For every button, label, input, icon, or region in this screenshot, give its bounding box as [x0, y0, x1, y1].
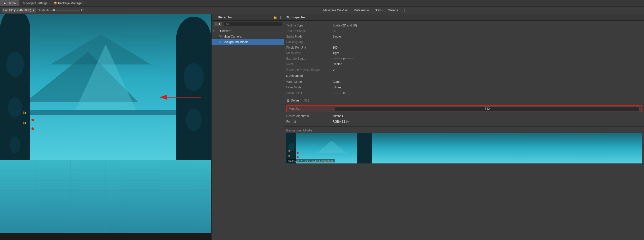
extrude-edges-control — [333, 58, 641, 59]
hierarchy-panel: ☰ Hierarchy 🔒 ⋮ + ▼ ▼ ⬡ Untitled* ⋮ 📷 Ma… — [211, 14, 284, 240]
filter-mode-label: Filter Mode — [286, 86, 332, 89]
advanced-label: Advanced — [289, 74, 303, 78]
svg-point-6 — [8, 97, 22, 117]
texture-type-value[interactable]: Sprite (2D and UI) — [333, 24, 641, 27]
resize-algorithm-value[interactable]: Mitchell — [333, 114, 641, 118]
preview-svg: » » — [286, 133, 642, 163]
toolbar: Full HD (1920x1080) ▼ Scale 1x Maximize … — [0, 7, 644, 14]
menu-project-settings[interactable]: ⚙ Project Settings — [19, 0, 51, 6]
maximize-on-play-button[interactable]: Maximize On Play — [322, 8, 349, 13]
stats-button[interactable]: Stats — [373, 8, 383, 13]
inspector-icon: 🔍 — [286, 16, 290, 19]
menu-package-manager[interactable]: 📦 Package Manager — [51, 0, 86, 6]
camera-icon: 📷 — [219, 35, 222, 38]
resize-algorithm-label: Resize Algorithm — [286, 114, 332, 118]
aniso-level-row: Aniso Level — [284, 90, 644, 96]
resolution-dropdown[interactable]: Full HD (1920x1080) ▼ — [2, 8, 36, 13]
filter-mode-row: Filter Mode Bilinear — [284, 85, 644, 90]
hierarchy-more-icon[interactable]: ⋮ — [279, 15, 282, 19]
platform-tab-ios[interactable]: iOS — [304, 99, 309, 102]
preview-label: Background Middle — [286, 129, 642, 132]
pixels-per-unit-label: Pixels Per Unit — [286, 46, 332, 49]
platform-tab-default[interactable]: 🖥 Default — [286, 98, 300, 102]
generate-physics-shape-row: Generate Physics Shape ✓ — [284, 67, 644, 73]
hierarchy-lock-icon[interactable]: 🔒 — [273, 15, 277, 19]
pivot-label: Pivot — [286, 62, 332, 66]
scale-value: 1x — [81, 9, 84, 12]
settings-icon: ⚙ — [22, 2, 25, 5]
scale-control: Scale 1x — [38, 9, 84, 12]
pixels-per-unit-row: Pixels Per Unit 100 — [284, 45, 644, 50]
toolbar-center: Maximize On Play Mute Audio Stats Gizmos… — [86, 8, 642, 13]
max-size-value[interactable]: 512 — [335, 107, 639, 111]
hierarchy-add-button[interactable]: + ▼ — [214, 21, 223, 26]
tree-item-untitled[interactable]: ▼ ⬡ Untitled* ⋮ — [212, 28, 284, 34]
tree-item-background-label: Background Middle — [223, 40, 249, 44]
wrap-mode-label: Wrap Mode — [286, 80, 332, 84]
advanced-section-header[interactable]: ▶ Advanced — [284, 73, 644, 79]
texture-type-row: Texture Type Sprite (2D and UI) — [284, 23, 644, 28]
svg-rect-12 — [30, 110, 176, 115]
svg-point-25 — [31, 119, 34, 121]
mesh-type-value[interactable]: Tight — [333, 51, 641, 55]
menu-game[interactable]: ▶ Game — [0, 0, 19, 6]
hierarchy-panel-icons: 🔒 ⋮ — [273, 15, 282, 19]
sprite-mode-value[interactable]: Single — [333, 35, 641, 38]
resolution-label: Full HD (1920x1080) — [3, 9, 31, 12]
dropdown-arrow-icon: ▼ — [32, 9, 35, 12]
gizmos-button[interactable]: Gizmos — [386, 8, 399, 13]
pixels-per-unit-value[interactable]: 100 — [333, 46, 641, 49]
filter-mode-value[interactable]: Bilinear — [333, 86, 641, 89]
svg-text:»: » — [288, 149, 290, 153]
scale-slider[interactable] — [50, 10, 80, 11]
inspector-panel: 🔍 Inspector Texture Type Sprite (2D and … — [284, 14, 644, 240]
mesh-type-row: Mesh Type Tight — [284, 50, 644, 56]
hierarchy-header: ☰ Hierarchy 🔒 ⋮ — [212, 14, 284, 21]
game-icon: ▶ — [3, 2, 7, 5]
hierarchy-title: Hierarchy — [218, 16, 232, 19]
aniso-level-slider[interactable] — [333, 93, 353, 93]
packing-tag-row: Packing Tag — [284, 39, 644, 45]
preview-image: » » 512x126 (NPOT), RGBA8 UNorm 25 — [286, 133, 642, 163]
resize-algorithm-row: Resize Algorithm Mitchell — [284, 113, 644, 119]
sprite-mode-row: Sprite Mode Single — [284, 34, 644, 39]
svg-point-5 — [6, 52, 24, 77]
sprite-icon: 🖼 — [219, 40, 222, 44]
hierarchy-icon: ☰ — [214, 16, 216, 19]
pivot-value[interactable]: Center — [333, 62, 641, 66]
inspector-header: 🔍 Inspector — [284, 14, 644, 21]
menu-project-settings-label: Project Settings — [26, 2, 48, 5]
extrude-edges-label: Extrude Edges — [286, 57, 332, 60]
wrap-mode-row: Wrap Mode Clamp — [284, 79, 644, 85]
toolbar-more-button[interactable]: ⋮ — [403, 8, 406, 12]
tree-more-icon[interactable]: ⋮ — [279, 29, 283, 33]
max-size-label: Max Size — [289, 107, 334, 111]
extrude-edges-slider[interactable] — [333, 58, 353, 59]
hierarchy-search-input[interactable] — [224, 22, 282, 26]
inspector-body: Texture Type Sprite (2D and UI) Texture … — [284, 21, 644, 240]
svg-point-9 — [176, 17, 211, 62]
tree-item-main-camera[interactable]: 📷 Main Camera — [212, 34, 284, 39]
package-icon: 📦 — [54, 2, 57, 5]
tree-item-untitled-label: Untitled* — [220, 29, 231, 33]
hierarchy-toolbar: + ▼ — [212, 21, 284, 27]
packing-tag-label: Packing Tag — [286, 40, 332, 44]
mute-audio-button[interactable]: Mute Audio — [352, 8, 370, 13]
generate-physics-shape-label: Generate Physics Shape — [286, 68, 332, 72]
texture-shape-row: Texture Shape 2D — [284, 28, 644, 34]
texture-type-label: Texture Type — [286, 24, 332, 27]
texture-shape-value: 2D — [333, 29, 641, 33]
monitor-icon: 🖥 — [286, 98, 290, 102]
scene-icon: ⬡ — [217, 29, 219, 33]
svg-text:»: » — [23, 109, 27, 116]
toolbar-left: Full HD (1920x1080) ▼ Scale 1x — [2, 8, 84, 13]
ios-tab-label: iOS — [304, 99, 309, 102]
generate-physics-shape-checkbox[interactable]: ✓ — [333, 68, 335, 72]
menu-package-manager-label: Package Manager — [58, 2, 83, 5]
format-value[interactable]: RGBA 32 bit — [333, 120, 641, 123]
tree-item-background-middle[interactable]: 🖼 Background Middle — [212, 39, 284, 45]
default-tab-label: Default — [291, 99, 300, 102]
platform-tabs: 🖥 Default iOS — [284, 97, 644, 104]
wrap-mode-value[interactable]: Clamp — [333, 80, 641, 84]
hierarchy-tree: ▼ ⬡ Untitled* ⋮ 📷 Main Camera 🖼 Backgrou… — [212, 27, 284, 240]
